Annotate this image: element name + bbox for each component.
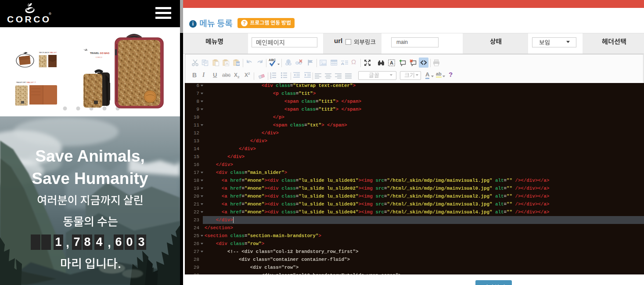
svg-text:NECKLACE WALLET: NECKLACE WALLET [39,51,57,54]
svg-text:PASSPORT WALLET 7!: PASSPORT WALLET 7! [16,81,36,83]
svg-text:3: 3 [270,76,271,79]
svg-text:A: A [390,60,393,65]
svg-text:C O R C O: C O R C O [96,57,102,58]
svg-text:W: W [236,62,240,66]
svg-text:A: A [341,61,344,66]
svg-text:TRAVEL GO BAG: TRAVEL GO BAG [90,52,109,54]
svg-text:A: A [226,61,228,66]
